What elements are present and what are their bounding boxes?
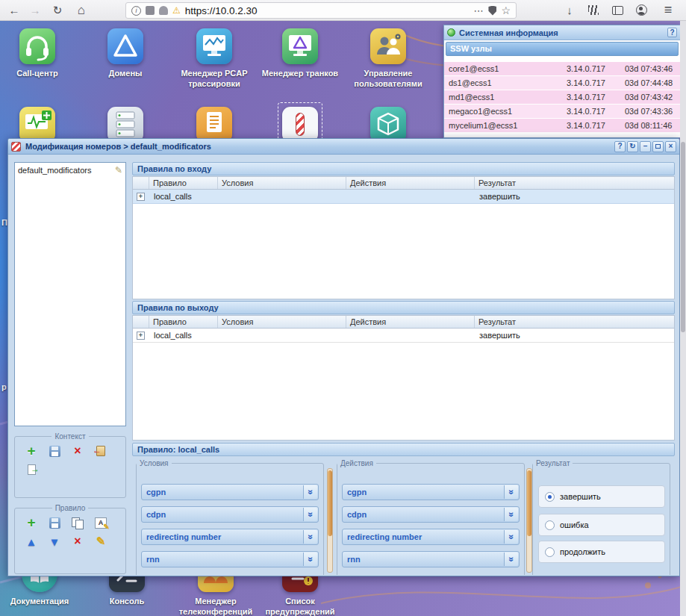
column-header[interactable]: Правило — [149, 177, 218, 189]
bookmark-star-icon[interactable]: ☆ — [501, 4, 511, 16]
app-package[interactable] — [346, 107, 430, 143]
add-rule-button[interactable]: + — [22, 514, 40, 531]
chevron-down-icon[interactable]: » — [504, 530, 518, 544]
table-row[interactable]: mycelium1@ecss1 3.14.0.717 03d 08:11:46 — [444, 119, 680, 133]
chevron-down-icon[interactable]: » — [303, 553, 317, 566]
table-row[interactable]: ds1@ecss1 3.14.0.717 03d 07:44:48 — [444, 76, 680, 90]
menu-icon[interactable]: ≡ — [658, 0, 678, 20]
chevron-down-icon[interactable]: » — [303, 485, 317, 499]
list-item[interactable]: default_modificators ✎ — [15, 163, 125, 177]
extension-icon-1[interactable] — [146, 6, 155, 15]
extension-icon-2[interactable] — [159, 6, 168, 15]
result-option[interactable]: продолжить — [538, 541, 665, 563]
table-row[interactable]: + local_calls завершить — [133, 329, 674, 343]
column-header[interactable]: Действия — [346, 177, 475, 189]
downloads-icon[interactable]: ↓ — [560, 0, 579, 20]
import-context-button[interactable]: ← — [92, 443, 110, 459]
app-user-management[interactable]: Управление пользователями — [346, 28, 430, 90]
maximize-button[interactable] — [652, 141, 664, 152]
app-document[interactable] — [172, 107, 256, 143]
shield-icon[interactable] — [488, 6, 496, 16]
result-option[interactable]: ошибка — [538, 514, 665, 536]
app-number-modification[interactable] — [258, 107, 342, 143]
sidebar-icon[interactable] — [608, 0, 627, 20]
scrollbar-thumb[interactable] — [681, 142, 685, 332]
save-rule-button[interactable] — [46, 514, 63, 531]
chevron-down-icon[interactable]: » — [303, 508, 317, 521]
forward-icon[interactable]: → — [25, 0, 45, 20]
chevron-down-icon[interactable]: » — [303, 530, 317, 544]
move-rule-down-button[interactable]: ▼ — [46, 533, 63, 550]
app-label: Документация — [0, 596, 84, 606]
system-info-title: Системная информация — [459, 28, 664, 37]
result-radio-2[interactable] — [545, 547, 555, 557]
copy-rule-button[interactable] — [69, 514, 87, 531]
actions-group: Действия cgpn » cdpn » redirecting numbe… — [337, 459, 525, 575]
app-server[interactable] — [84, 107, 167, 143]
site-info-icon[interactable]: i — [131, 6, 141, 16]
url-bar[interactable]: i ⚠ https://10.0.2.30 ⋯ ☆ — [125, 2, 517, 19]
move-rule-up-button[interactable]: ▲ — [22, 533, 40, 550]
save-context-button[interactable] — [46, 443, 63, 459]
result-radio-0[interactable] — [545, 492, 555, 502]
url-text[interactable]: https://10.0.2.30 — [185, 5, 258, 16]
add-context-button[interactable]: + — [22, 443, 40, 459]
column-header[interactable]: Правило — [149, 316, 218, 328]
home-icon[interactable]: ⌂ — [72, 0, 91, 20]
app-trunk-manager[interactable]: Менеджер транков — [258, 28, 342, 78]
window-titlebar[interactable]: Модификация номеров > default_modificato… — [8, 139, 679, 155]
chevron-down-icon[interactable]: » — [504, 508, 518, 521]
actions-dropdown[interactable]: cgpn » — [342, 484, 520, 500]
reload-icon[interactable]: ↻ — [48, 0, 67, 20]
page-actions-icon[interactable]: ⋯ — [473, 5, 484, 16]
account-icon[interactable] — [632, 0, 651, 20]
result-option[interactable]: завершить — [538, 485, 665, 508]
column-header[interactable]: Результат — [475, 177, 674, 189]
help-button[interactable]: ? — [614, 141, 626, 152]
edit-rule-button[interactable]: ✎ — [92, 533, 110, 550]
app-monitoring[interactable] — [0, 107, 79, 143]
help-button[interactable]: ? — [667, 28, 677, 37]
page-scrollbar[interactable] — [680, 21, 686, 616]
conditions-dropdown[interactable]: redirecting number » — [141, 529, 319, 545]
library-icon[interactable] — [584, 0, 603, 20]
conditions-dropdown[interactable]: cdpn » — [141, 506, 319, 523]
column-header[interactable]: Условия — [218, 177, 346, 189]
column-header[interactable]: Условия — [218, 316, 346, 328]
system-info-titlebar[interactable]: Системная информация ? — [444, 25, 680, 40]
conditions-dropdown[interactable]: cgpn » — [141, 484, 319, 500]
delete-context-button[interactable]: × — [69, 443, 87, 459]
pencil-icon[interactable]: ✎ — [115, 165, 122, 175]
refresh-button[interactable]: ↻ — [627, 141, 638, 152]
expand-icon[interactable]: + — [137, 332, 145, 340]
table-row[interactable]: core1@ecss1 3.14.0.717 03d 07:43:46 — [444, 62, 680, 76]
delete-rule-button[interactable]: × — [69, 533, 87, 550]
actions-scrollbar[interactable] — [526, 468, 532, 573]
expand-icon[interactable]: + — [137, 193, 145, 201]
export-context-button[interactable]: → — [22, 461, 40, 478]
chevron-down-icon[interactable]: » — [504, 485, 518, 499]
app-call-center[interactable]: Call-центр — [0, 28, 79, 78]
actions-dropdown[interactable]: cdpn » — [342, 506, 520, 523]
app-domains[interactable]: Домены — [84, 28, 167, 78]
column-header[interactable]: Действия — [346, 316, 475, 328]
scrollbar-thumb[interactable] — [328, 470, 332, 536]
scrollbar-thumb[interactable] — [527, 470, 531, 536]
conditions-dropdown[interactable]: rnn » — [141, 551, 319, 567]
actions-dropdown[interactable]: rnn » — [342, 551, 520, 567]
table-row[interactable]: md1@ecss1 3.14.0.717 03d 07:43:42 — [444, 90, 680, 105]
app-pcap-manager[interactable]: Менеджер PCAP трассировки — [172, 28, 256, 90]
column-header[interactable]: Результат — [475, 316, 674, 328]
chevron-down-icon[interactable]: » — [504, 553, 518, 566]
conditions-scrollbar[interactable] — [327, 468, 333, 573]
rename-rule-button[interactable]: A✎ — [92, 514, 110, 531]
floppy-icon — [49, 446, 60, 457]
table-row[interactable]: + local_calls завершить — [133, 190, 674, 204]
minimize-button[interactable]: – — [640, 141, 651, 152]
close-button[interactable]: × — [665, 141, 676, 152]
back-icon[interactable]: ← — [4, 0, 24, 20]
result-radio-1[interactable] — [545, 520, 555, 530]
table-row[interactable]: megaco1@ecss1 3.14.0.717 03d 07:43:36 — [444, 105, 680, 119]
edge-label: П — [1, 218, 7, 227]
actions-dropdown[interactable]: redirecting number » — [342, 529, 520, 545]
